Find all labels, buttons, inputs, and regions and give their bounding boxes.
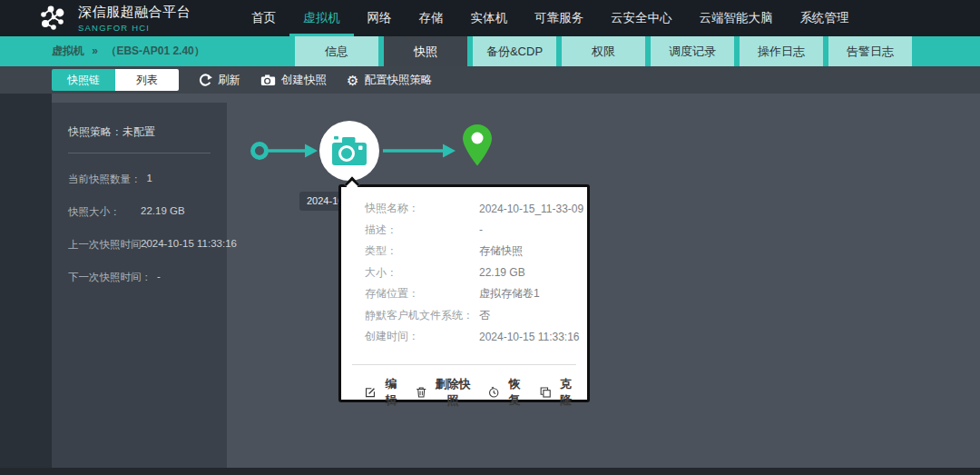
size-value: 22.19 GB: [479, 266, 525, 279]
configure-policy-label: 配置快照策略: [364, 73, 432, 88]
restore-label: 恢复: [505, 376, 525, 409]
left-gutter: [0, 94, 52, 475]
clone-button[interactable]: 克隆: [540, 376, 576, 409]
configure-policy-button[interactable]: ⚙ 配置快照策略: [347, 73, 432, 88]
restore-button[interactable]: 恢复: [488, 376, 524, 409]
popup-row-created-time: 创建时间： 2024-10-15 11:33:16: [341, 326, 587, 348]
created-time-label: 创建时间：: [365, 329, 479, 344]
storage-location-value: 虚拟存储卷1: [479, 286, 540, 302]
snapshot-size-label: 快照大小：: [68, 205, 135, 219]
chain-arrow-head: [305, 144, 318, 158]
breadcrumb: 虚拟机 » （EBS-AP01 2.40）: [52, 36, 205, 66]
app-subtitle: SANGFOR HCI: [78, 23, 191, 33]
next-snapshot-time-label: 下一次快照时间：: [68, 271, 152, 284]
trash-icon: [416, 386, 426, 399]
sub-header-bar: 虚拟机 » （EBS-AP01 2.40） 信息 快照 备份&CDP 权限 调度…: [0, 36, 980, 66]
last-snapshot-time-row: 上一次快照时间： 2024-10-15 11:33:16: [68, 238, 211, 252]
nav-item-home[interactable]: 首页: [238, 0, 289, 36]
clone-icon: [540, 386, 551, 399]
edit-icon: [365, 386, 376, 399]
popup-row-quiesce: 静默客户机文件系统： 否: [341, 305, 587, 327]
nav-item-network[interactable]: 网络: [354, 0, 406, 36]
next-snapshot-time-row: 下一次快照时间： -: [68, 271, 211, 284]
type-value: 存储快照: [479, 243, 523, 259]
chain-arrow-head-2: [443, 144, 456, 158]
popup-detail-rows: 快照名称： 2024-10-15_11-33-09 描述： - 类型： 存储快照…: [341, 198, 587, 348]
snapshot-policy-status: 快照策略：未配置: [68, 124, 211, 140]
edit-button[interactable]: 编辑: [365, 376, 401, 409]
snapshot-count-row: 当前快照数量： 1: [68, 173, 211, 186]
view-toggle: 快照链 列表: [52, 69, 179, 91]
snapshot-count-label: 当前快照数量：: [68, 173, 142, 186]
location-pin-icon: [461, 124, 494, 167]
sangfor-logo-icon: [36, 4, 69, 33]
nav-item-system-mgmt[interactable]: 系统管理: [787, 0, 863, 36]
breadcrumb-separator: »: [92, 45, 98, 57]
clone-label: 克隆: [555, 376, 576, 409]
nav-item-vm[interactable]: 虚拟机: [289, 0, 354, 36]
tab-alarm-log[interactable]: 告警日志: [828, 36, 912, 66]
nav-item-cloud-security[interactable]: 云安全中心: [597, 0, 686, 36]
popup-row-name: 快照名称： 2024-10-15_11-33-09: [341, 198, 587, 220]
vm-tabs: 信息 快照 备份&CDP 权限 调度记录 操作日志 告警日志: [295, 36, 912, 66]
popup-action-bar: 编辑 删除快照 恢复: [352, 364, 576, 409]
tab-schedule-log[interactable]: 调度记录: [651, 36, 734, 66]
delete-snapshot-label: 删除快照: [432, 376, 474, 409]
snapshot-name-value: 2024-10-15_11-33-09: [479, 203, 583, 215]
brand: 深信服超融合平台 SANGFOR HCI: [36, 0, 191, 36]
refresh-label: 刷新: [218, 73, 240, 88]
type-label: 类型：: [365, 243, 479, 259]
tab-info[interactable]: 信息: [295, 36, 378, 66]
size-label: 大小：: [365, 265, 479, 281]
tab-operation-log[interactable]: 操作日志: [740, 36, 823, 66]
top-bar: 深信服超融合平台 SANGFOR HCI 首页 虚拟机 网络 存储 实体机 可靠…: [0, 0, 980, 36]
popup-row-description: 描述： -: [341, 220, 587, 242]
snapshot-node[interactable]: [319, 121, 379, 181]
snapshot-summary-panel: 快照策略：未配置 当前快照数量： 1 快照大小： 22.19 GB 上一次快照时…: [52, 103, 227, 468]
breadcrumb-current-vm: （EBS-AP01 2.40）: [105, 45, 204, 57]
delete-snapshot-button[interactable]: 删除快照: [416, 376, 474, 409]
restore-clock-icon: [488, 386, 499, 399]
create-snapshot-button[interactable]: 创建快照: [260, 73, 327, 88]
app-title: 深信服超融合平台: [78, 4, 191, 21]
tab-backup-cdp[interactable]: 备份&CDP: [473, 36, 556, 66]
brand-text: 深信服超融合平台 SANGFOR HCI: [78, 4, 191, 33]
next-snapshot-time-value: -: [157, 271, 161, 284]
snapshot-size-value: 22.19 GB: [141, 205, 185, 219]
snapshot-name-label: 快照名称：: [365, 201, 479, 216]
snapshot-camera-icon: [330, 134, 368, 167]
popup-row-size: 大小： 22.19 GB: [341, 262, 587, 284]
nav-item-cloud-brain[interactable]: 云端智能大脑: [686, 0, 787, 36]
snapshot-detail-popup: 快照名称： 2024-10-15_11-33-09 描述： - 类型： 存储快照…: [338, 184, 590, 402]
tab-snapshot[interactable]: 快照: [384, 36, 467, 66]
nav-item-physical-host[interactable]: 实体机: [457, 0, 522, 36]
nav-item-storage[interactable]: 存储: [406, 0, 457, 36]
snapshot-toolbar: 快照链 列表 刷新 创建快照 ⚙ 配置快照策略: [0, 66, 980, 94]
description-value: -: [479, 223, 483, 236]
quiesce-label: 静默客户机文件系统：: [365, 308, 479, 323]
top-nav: 首页 虚拟机 网络 存储 实体机 可靠服务 云安全中心 云端智能大脑 系统管理: [238, 0, 863, 36]
bottom-scroll-strip[interactable]: [0, 468, 980, 475]
chain-start-node[interactable]: [253, 144, 267, 158]
current-position-node[interactable]: [461, 124, 494, 171]
quiesce-value: 否: [479, 308, 490, 323]
breadcrumb-root[interactable]: 虚拟机: [52, 45, 84, 57]
create-snapshot-label: 创建快照: [281, 73, 327, 88]
last-snapshot-time-value: 2024-10-15 11:33:16: [141, 238, 237, 252]
gear-icon: ⚙: [347, 74, 358, 87]
view-chain-button[interactable]: 快照链: [52, 69, 115, 91]
sangfor-hci-app: 深信服超融合平台 SANGFOR HCI 首页 虚拟机 网络 存储 实体机 可靠…: [0, 0, 980, 475]
storage-location-label: 存储位置：: [365, 286, 479, 302]
view-list-button[interactable]: 列表: [115, 69, 179, 91]
snapshot-size-row: 快照大小： 22.19 GB: [68, 205, 211, 219]
nav-item-reliable-service[interactable]: 可靠服务: [521, 0, 597, 36]
popup-row-type: 类型： 存储快照: [341, 241, 587, 262]
snapshot-count-value: 1: [147, 173, 152, 186]
camera-icon: [260, 74, 276, 86]
description-label: 描述：: [365, 223, 479, 238]
last-snapshot-time-label: 上一次快照时间：: [68, 238, 135, 252]
tab-permission[interactable]: 权限: [562, 36, 645, 66]
edit-label: 编辑: [380, 376, 401, 409]
refresh-icon: [199, 74, 212, 87]
refresh-button[interactable]: 刷新: [199, 73, 240, 88]
